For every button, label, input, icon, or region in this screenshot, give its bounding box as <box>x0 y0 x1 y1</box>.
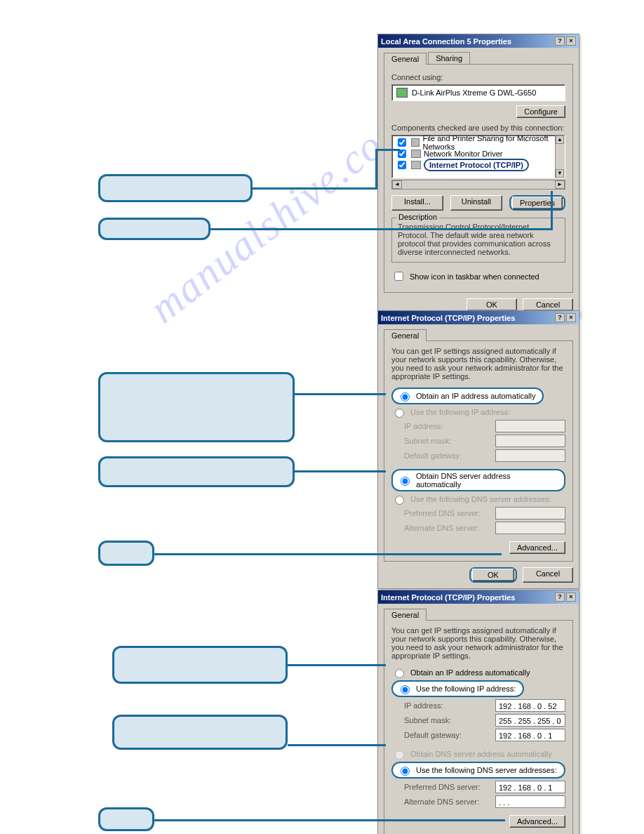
radio-ip-manual[interactable] <box>401 685 410 694</box>
close-icon[interactable]: × <box>566 593 576 602</box>
adns-input[interactable]: . . . <box>495 795 565 808</box>
adns-label: Alternate DNS server: <box>404 797 495 806</box>
callout-box <box>112 715 288 750</box>
callout-connector <box>295 470 386 472</box>
callout-box <box>112 646 288 684</box>
callout-connector <box>253 187 377 190</box>
show-icon-label: Show icon in taskbar when connected <box>410 272 539 281</box>
radio-ip-manual-label: Use the following IP address: <box>416 684 516 693</box>
close-icon[interactable]: × <box>566 37 576 46</box>
tab-sharing[interactable]: Sharing <box>428 52 470 64</box>
dialog-lan-properties: Local Area Connection 5 Properties ? × G… <box>377 34 579 317</box>
scrollbar-vertical[interactable]: ▲ ▼ <box>555 135 565 178</box>
adapter-box: D-Link AirPlus Xtreme G DWL-G650 <box>391 84 565 101</box>
ip-label: IP address: <box>404 701 495 710</box>
ip-label: IP address: <box>404 422 495 430</box>
service-icon <box>411 150 421 158</box>
install-button[interactable]: Install... <box>391 195 443 211</box>
callout-connector <box>154 553 502 555</box>
dialog-tcpip-properties-manual: Internet Protocol (TCP/IP) Properties ? … <box>377 590 579 834</box>
callout-box <box>98 372 295 442</box>
radio-ip-manual[interactable] <box>395 409 404 418</box>
components-label: Components checked are used by this conn… <box>391 124 565 132</box>
radio-dns-auto-label: Obtain DNS server address automatically <box>410 750 552 758</box>
titlebar: Internet Protocol (TCP/IP) Properties ? … <box>378 590 579 604</box>
pdns-input[interactable]: 192 . 168 . 0 . 1 <box>495 781 565 793</box>
window-title: Internet Protocol (TCP/IP) Properties <box>381 314 515 322</box>
ok-button[interactable]: OK <box>472 569 514 581</box>
tcpip-item[interactable]: Internet Protocol (TCP/IP) <box>424 159 529 171</box>
radio-ip-auto-label: Obtain an IP address automatically <box>410 668 530 677</box>
scroll-left-icon[interactable]: ◄ <box>392 180 402 189</box>
cancel-button[interactable]: Cancel <box>523 567 573 583</box>
scroll-down-icon[interactable]: ▼ <box>556 169 564 178</box>
component-checkbox[interactable] <box>398 138 406 147</box>
radio-ip-auto[interactable] <box>401 392 410 402</box>
scroll-up-icon[interactable]: ▲ <box>556 135 564 144</box>
adns-input <box>495 522 565 534</box>
show-icon-checkbox[interactable] <box>394 272 403 281</box>
radio-dns-manual[interactable] <box>395 496 404 505</box>
close-icon[interactable]: × <box>566 313 576 322</box>
mask-input <box>495 435 565 447</box>
radio-dns-manual-label: Use the following DNS server addresses: <box>416 766 557 774</box>
callout-box <box>98 174 253 202</box>
gw-label: Default gateway: <box>404 451 495 460</box>
gw-label: Default gateway: <box>404 731 495 739</box>
callout-connector <box>288 664 386 666</box>
cancel-button[interactable]: Cancel <box>523 298 573 311</box>
help-icon[interactable]: ? <box>555 37 565 46</box>
component-label: Network Monitor Driver <box>424 150 502 158</box>
radio-dns-auto[interactable] <box>401 477 410 486</box>
scroll-right-icon[interactable]: ► <box>555 180 565 189</box>
radio-ip-auto-label: Obtain an IP address automatically <box>416 392 535 400</box>
mask-input[interactable]: 255 . 255 . 255 . 0 <box>495 714 565 727</box>
callout-box <box>98 456 295 487</box>
ip-input[interactable]: 192 . 168 . 0 . 52 <box>495 699 565 712</box>
nic-icon <box>396 88 408 98</box>
adns-label: Alternate DNS server: <box>404 524 495 532</box>
service-icon <box>411 138 420 147</box>
tab-general[interactable]: General <box>384 53 427 65</box>
help-icon[interactable]: ? <box>555 313 565 322</box>
component-label: File and Printer Sharing for Microsoft N… <box>422 135 562 151</box>
scrollbar-horizontal[interactable]: ◄ ► <box>391 180 565 190</box>
uninstall-button[interactable]: Uninstall <box>450 195 502 211</box>
radio-dns-auto-label: Obtain DNS server address automatically <box>416 472 557 489</box>
radio-ip-auto[interactable] <box>395 669 404 678</box>
tab-general[interactable]: General <box>384 329 427 341</box>
pdns-label: Preferred DNS server: <box>404 783 495 791</box>
callout-connector <box>210 228 553 230</box>
advanced-button[interactable]: Advanced... <box>509 815 565 828</box>
protocol-icon <box>411 161 421 169</box>
description-label: Description <box>396 213 439 221</box>
radio-ip-manual-label: Use the following IP address: <box>410 408 510 416</box>
tab-general[interactable]: General <box>384 609 427 621</box>
mask-label: Subnet mask: <box>404 716 495 724</box>
configure-button[interactable]: Configure <box>516 105 565 118</box>
component-checkbox[interactable] <box>398 161 406 169</box>
component-row-tcpip[interactable]: Internet Protocol (TCP/IP) <box>395 159 562 171</box>
callout-connector <box>375 149 400 151</box>
ip-input <box>495 420 565 432</box>
radio-dns-manual[interactable] <box>401 767 410 776</box>
callout-box <box>98 218 210 240</box>
ok-button[interactable]: OK <box>467 298 517 311</box>
window-title: Local Area Connection 5 Properties <box>381 37 511 46</box>
components-list[interactable]: File and Printer Sharing for Microsoft N… <box>391 135 565 178</box>
callout-connector <box>295 393 386 395</box>
callout-connector <box>288 744 386 746</box>
gw-input[interactable]: 192 . 168 . 0 . 1 <box>495 729 565 741</box>
callout-box <box>98 807 154 831</box>
dialog-tcpip-properties-auto: Internet Protocol (TCP/IP) Properties ? … <box>377 310 579 589</box>
advanced-button[interactable]: Advanced... <box>509 541 565 554</box>
intro-text: You can get IP settings assigned automat… <box>391 347 565 380</box>
properties-button[interactable]: Properties <box>512 197 563 209</box>
callout-connector <box>375 149 377 190</box>
component-row[interactable]: File and Printer Sharing for Microsoft N… <box>395 137 562 148</box>
titlebar: Internet Protocol (TCP/IP) Properties ? … <box>378 311 579 324</box>
window-title: Internet Protocol (TCP/IP) Properties <box>381 593 515 602</box>
intro-text: You can get IP settings assigned automat… <box>391 626 565 660</box>
callout-box <box>98 541 154 566</box>
help-icon[interactable]: ? <box>555 593 565 602</box>
